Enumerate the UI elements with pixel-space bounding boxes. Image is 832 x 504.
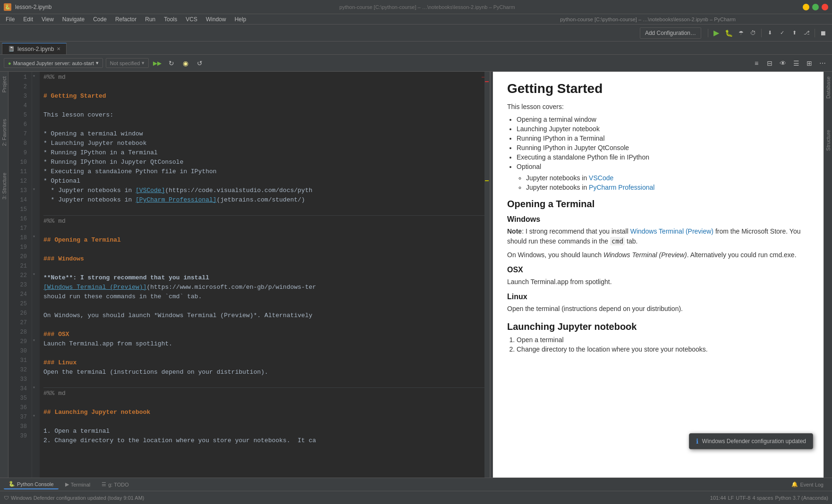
git-update-button[interactable]: ⬇ [764,28,775,38]
tab-label: lesson-2.ipynb [17,46,54,52]
code-line-27 [43,320,484,330]
notebook-view-button[interactable]: ≡ [751,58,762,69]
preview-h2-terminal: Opening a Terminal [507,199,809,210]
list-view-button[interactable]: ☰ [790,58,802,69]
scroll-gutter[interactable] [484,72,490,478]
run-cell-button[interactable]: ▶▶ [152,58,163,69]
code-line-21 [43,264,484,273]
todo-icon: ☰ [102,481,106,487]
status-message: Windows Defender configuration updated (… [11,495,144,501]
code-line-7: * Opening a terminal window [43,129,484,139]
coverage-button[interactable]: ☂ [736,28,746,38]
code-line-5: This lesson covers: [43,110,484,120]
path-display: python-course [C:\python-course] – …\not… [560,17,830,22]
tab-todo[interactable]: ☰ g: TODO [97,480,134,489]
code-line-11: * Executing a standalone Python file in … [43,167,484,176]
restart-kernel-button[interactable]: ↻ [166,58,177,69]
charset: UTF-8 [736,495,750,501]
code-line-32: Open the terminal (instructions depend o… [43,368,484,377]
split-view-button[interactable]: ⊟ [764,58,775,69]
maximize-button[interactable] [812,4,819,10]
python-version: Python 3.7 (Anaconda) [775,495,828,501]
preview-osx-p: Launch Terminal.app from spotlight. [507,277,809,287]
code-line-39: 2. Change directory to the location wher… [43,436,484,445]
tab-python-console[interactable]: 🐍 Python Console [4,479,59,489]
preview-area: Getting Started This lesson covers: Open… [493,72,824,478]
indent-info: 4 spaces [752,495,773,501]
menu-help[interactable]: Help [231,15,250,24]
code-line-33 [43,377,484,386]
menu-refactor[interactable]: Refactor [111,15,140,24]
favorites-panel-label[interactable]: 2: Favorites [0,116,8,149]
git-push-button[interactable]: ⬆ [789,28,799,38]
pycharm-link[interactable]: PyCharm Professional [589,184,654,191]
list-item: Change directory to the location where y… [517,345,809,353]
grid-view-button[interactable]: ⊞ [804,58,815,69]
vscode-link[interactable]: VSCode [589,174,613,182]
line-numbers: 1 2 3 4 5 6 7 8 9 10 11 12 13 14 15 16 1… [8,72,32,478]
git-commit-button[interactable]: ✓ [777,28,787,38]
preview-bullet-list: Opening a terminal window Launching Jupy… [517,116,809,191]
add-config-button[interactable]: Add Configuration… [640,27,701,39]
code-line-12: * Optional [43,176,484,186]
close-button[interactable] [822,4,828,10]
code-line-1: #%% md [43,73,484,82]
code-line-23: [Windows Terminal (Preview)](https://www… [43,283,484,292]
jupyter-server-button[interactable]: ● Managed Jupyter server: auto-start ▾ [4,58,103,68]
menu-navigate[interactable]: Navigate [59,15,88,24]
menu-code[interactable]: Code [89,15,110,24]
code-line-36: ## Launching Jupyter notebook [43,408,484,417]
full-path: python-course [C:\python-course] – …\not… [340,4,515,10]
debug-button[interactable]: 🐛 [723,28,734,38]
code-line-24: should run these commands in the `cmd` t… [43,292,484,302]
python-console-label: Python Console [17,481,54,487]
preview-h2-jupyter: Launching Jupyter notebook [507,321,809,332]
event-log-tab[interactable]: 🔔 Event Log [787,480,828,489]
project-panel-label[interactable]: Project [0,74,8,95]
git-branches-button[interactable]: ⎇ [801,28,812,38]
menu-vcs[interactable]: VCS [182,15,201,24]
list-item: Open a terminal [517,336,809,344]
code-line-4 [43,101,484,110]
profile-button[interactable]: ⏱ [748,28,758,38]
tab-bar: 📓 lesson-2.ipynb ✕ [0,42,832,55]
code-editor[interactable]: 1 2 3 4 5 6 7 8 9 10 11 12 13 14 15 16 1… [8,72,490,478]
menu-window[interactable]: Window [202,15,230,24]
preview-windows-p: On Windows, you should launch Windows Te… [507,250,809,260]
app-icon: 🐍 [4,3,11,11]
preview-button[interactable]: 👁 [777,58,789,69]
code-line-15 [43,205,484,214]
code-line-30 [43,349,484,358]
status-bar: 🛡 Windows Defender configuration updated… [0,491,832,504]
run-button[interactable]: ▶ [711,28,722,38]
code-line-13: * Jupyter notebooks in [VSCode](https://… [43,186,484,195]
menu-view[interactable]: View [38,15,58,24]
database-panel-label[interactable]: Database [824,74,832,101]
tab-lesson2[interactable]: 📓 lesson-2.ipynb ✕ [2,43,67,54]
menu-tools[interactable]: Tools [160,15,181,24]
kernel-dropdown-icon: ▾ [142,60,144,66]
menu-file[interactable]: File [2,15,18,24]
tab-terminal[interactable]: ▶ Terminal [60,480,95,489]
interrupt-button[interactable]: ↺ [194,58,205,69]
kernel-button[interactable]: Not specified ▾ [106,58,149,68]
code-line-20: ### Windows [43,254,484,264]
tab-close-button[interactable]: ✕ [57,46,60,51]
stop-button[interactable]: ⏹ [818,28,828,38]
left-sidebar: Project 2: Favorites 3: Structure [0,72,8,478]
code-content[interactable]: #%% md # Getting Started This lesson cov… [40,72,484,478]
event-log-label: Event Log [800,482,824,487]
kernel-status-button[interactable]: ◉ [180,58,191,69]
scroll-error-marker [485,81,489,82]
code-line-25: — [43,302,484,311]
menu-run[interactable]: Run [141,15,159,24]
minimize-button[interactable] [803,4,809,10]
code-line-18: ## Opening a Terminal [43,235,484,245]
more-options-button[interactable]: ⋯ [817,58,828,69]
terminal-icon: ▶ [65,481,69,487]
structure-panel-label[interactable]: 3: Structure [0,170,8,202]
structure-right-panel-label[interactable]: Structure [824,127,832,154]
menu-edit[interactable]: Edit [19,15,37,24]
main-content: Project 2: Favorites 3: Structure 1 2 3 … [0,72,832,478]
windows-terminal-link[interactable]: Windows Terminal (Preview) [630,227,713,235]
